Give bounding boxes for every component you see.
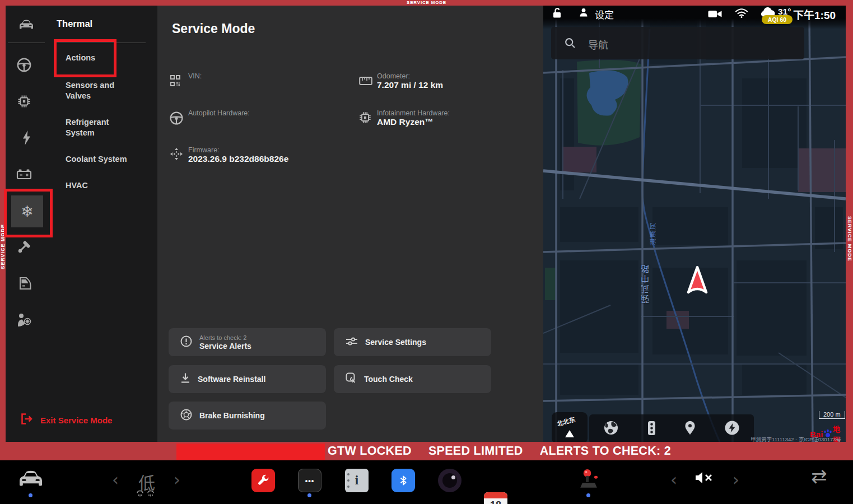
brake-burnishing-button[interactable]: Brake Burnishing	[169, 402, 326, 430]
battery-icon[interactable]	[16, 169, 32, 182]
release-notes-app-icon[interactable]: i	[345, 469, 369, 492]
lightning-icon[interactable]	[22, 130, 31, 147]
service-mode-strip-top: SERVICE MODE	[0, 0, 853, 6]
main-content: Service Mode VIN: Odometer: 7.207 mi / 1…	[157, 6, 543, 442]
touch-icon	[346, 372, 357, 386]
firmware-label: Firmware:	[188, 146, 220, 154]
suspension-prev-chevron[interactable]: ‹	[112, 472, 119, 488]
infotainment-label: Infotainment Hardware:	[377, 109, 450, 117]
launcher-active-dot	[307, 493, 311, 497]
compass-widget[interactable]: 北北东	[552, 412, 588, 442]
vin-icon	[170, 73, 181, 90]
download-icon	[180, 372, 190, 386]
menu-item-coolant-system[interactable]: Coolant System	[66, 154, 150, 165]
calendar-header	[484, 492, 507, 498]
brake-disc-icon	[180, 409, 192, 423]
service-app-icon[interactable]	[251, 469, 275, 492]
page-title: Service Mode	[172, 21, 255, 36]
settings-label[interactable]: 设定	[595, 7, 614, 21]
firmware-icon	[170, 148, 183, 162]
aqi-badge: AQI 60	[762, 15, 793, 24]
odometer-value: 7.207 mi / 12 km	[377, 80, 443, 90]
bluetooth-app-icon[interactable]	[391, 469, 415, 492]
unlock-icon[interactable]	[552, 7, 562, 21]
service-alerts-button[interactable]: Alerts to check: 2 Service Alerts	[169, 328, 326, 356]
media-next-chevron[interactable]: ›	[733, 472, 739, 488]
sidebar-divider	[8, 43, 45, 43]
taskbar: ‹ 低 › ••• i 18 ★ ‹ › ⇄	[0, 460, 853, 504]
banner-speed-limited: SPEED LIMITED	[428, 444, 523, 458]
north-arrow-icon	[565, 430, 574, 437]
touch-check-label: Touch Check	[364, 375, 413, 384]
car-icon[interactable]	[18, 19, 35, 32]
bluetooth-icon	[398, 475, 409, 486]
alert-icon	[180, 335, 192, 349]
volume-muted-icon[interactable]	[694, 470, 714, 487]
map-attribution-icp: 甲测资字11111342 - 京ICP证030173号	[728, 435, 841, 442]
map-region[interactable]: 强武中路 滋溏河 设定 31° AQI 60 下午1:50 导航 北北东 200	[543, 6, 846, 442]
menu-item-refrigerant-system[interactable]: Refrigerant System	[66, 117, 138, 138]
swap-arrows-icon[interactable]: ⇄	[811, 465, 827, 487]
banner-gtw-locked: GTW LOCKED	[328, 444, 412, 458]
calendar-app-icon[interactable]: 18	[484, 492, 507, 504]
menu-item-hvac[interactable]: HVAC	[66, 180, 88, 191]
alert-banner: GTW LOCKED SPEED LIMITED ALERTS TO CHECK…	[0, 442, 853, 460]
service-alerts-subtitle: Alerts to check: 2	[199, 334, 251, 342]
odometer-icon	[359, 76, 372, 88]
firmware-value: 2023.26.9 b232d86b826e	[188, 154, 288, 164]
steering-wheel-icon[interactable]	[16, 57, 32, 75]
autopilot-steering-icon	[169, 111, 184, 128]
suspension-icon[interactable]	[17, 240, 31, 256]
service-alerts-label: Service Alerts	[199, 342, 251, 351]
brake-burnishing-label: Brake Burnishing	[199, 411, 265, 420]
highlight-box-thermal-icon	[4, 189, 53, 237]
sliders-icon	[346, 337, 358, 348]
service-settings-label: Service Settings	[365, 338, 426, 347]
odometer-label: Odometer:	[377, 72, 410, 80]
service-settings-button[interactable]: Service Settings	[334, 328, 491, 356]
clock: 下午1:50	[793, 7, 836, 22]
software-reinstall-label: Software Reinstall	[198, 375, 265, 384]
defrost-front-icon	[136, 490, 144, 500]
wifi-icon[interactable]	[735, 8, 748, 21]
car-app-active-dot	[29, 493, 32, 497]
banner-alerts-to-check: ALERTS TO CHECK: 2	[540, 444, 671, 458]
service-mode-strip-right: SERVICE MODE	[846, 6, 853, 442]
media-prev-chevron[interactable]: ‹	[670, 472, 677, 488]
profile-icon[interactable]	[579, 8, 588, 19]
menu-item-sensors-and-valves[interactable]: Sensors and Valves	[66, 80, 138, 101]
camera-app-icon[interactable]	[438, 469, 462, 492]
map-canvas	[543, 6, 846, 442]
autopilot-label: Autopilot Hardware:	[188, 109, 250, 117]
infotainment-value: AMD Ryzen™	[377, 117, 434, 127]
vin-label: VIN:	[188, 72, 202, 80]
map-river-label: 滋溏河	[649, 222, 658, 245]
search-placeholder: 导航	[588, 37, 608, 52]
chip-icon[interactable]	[17, 94, 31, 111]
satellite-globe-icon[interactable]	[603, 420, 619, 438]
compass-bearing: 北北东	[556, 414, 576, 428]
exit-icon	[20, 413, 32, 427]
door-icon[interactable]	[16, 277, 32, 292]
traffic-light-icon[interactable]	[647, 421, 656, 438]
wrench-icon	[257, 474, 270, 487]
joystick-active-dot	[586, 493, 590, 497]
highlight-box-actions	[54, 39, 116, 77]
joystick-app-icon[interactable]	[577, 468, 600, 493]
taskbar-car-icon[interactable]	[17, 469, 45, 491]
defrost-rear-icon	[147, 490, 155, 500]
app-launcher-icon[interactable]: •••	[298, 469, 321, 492]
map-road-label: 强武中路	[640, 263, 651, 304]
map-scale: 200 m	[819, 411, 845, 419]
dashcam-icon[interactable]	[708, 10, 722, 21]
menu-title: Thermal	[57, 18, 92, 29]
calendar-day: 18	[484, 500, 507, 504]
search-icon	[565, 38, 576, 51]
exit-service-mode-button[interactable]: Exit Service Mode	[20, 413, 112, 427]
location-pin-icon[interactable]	[684, 421, 696, 437]
touch-check-button[interactable]: Touch Check	[334, 365, 491, 393]
infotainment-chip-icon	[358, 111, 372, 127]
software-reinstall-button[interactable]: Software Reinstall	[169, 365, 326, 393]
suspension-next-chevron[interactable]: ›	[174, 472, 180, 488]
airbag-icon[interactable]	[16, 312, 32, 329]
